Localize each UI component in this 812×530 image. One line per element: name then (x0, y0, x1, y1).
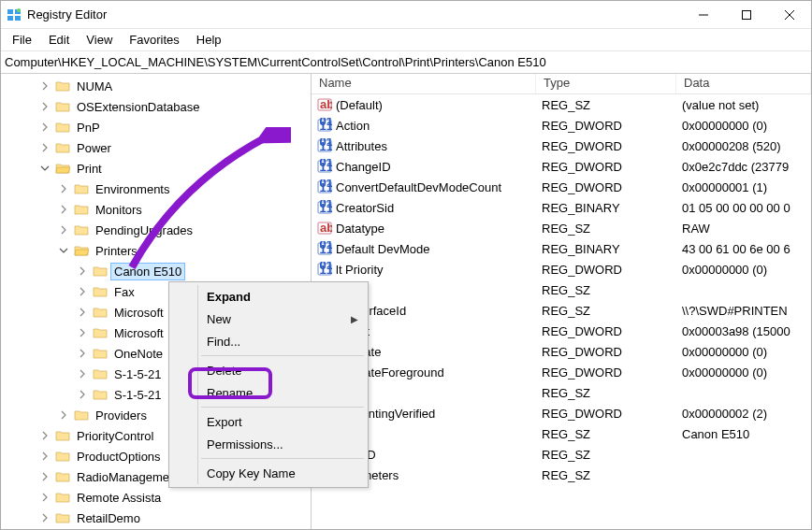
expand-expand-icon[interactable] (40, 102, 53, 111)
value-type: REG_SZ (538, 427, 678, 441)
value-row[interactable]: 011110yUpdateREG_DWORD0x00000000 (0) (312, 341, 811, 362)
value-data: 0x00000000 (0) (678, 119, 811, 133)
value-row[interactable]: 011110ConvertDefaultDevModeCountREG_DWOR… (312, 177, 811, 197)
folder-icon (55, 141, 70, 154)
expand-expand-icon[interactable] (78, 266, 91, 276)
tree-item[interactable]: Print (1, 158, 311, 179)
value-row[interactable]: 011110ChangeIDREG_DWORD0x0e2c7ddc (23779 (312, 156, 811, 177)
value-row[interactable]: abriptionREG_SZ (312, 279, 811, 300)
expand-expand-icon[interactable] (59, 184, 72, 193)
tree-item[interactable]: Remote Assista (1, 487, 311, 508)
tree-item[interactable]: NUMA (1, 76, 311, 96)
svg-text:ab: ab (320, 221, 332, 235)
expand-expand-icon[interactable] (78, 308, 91, 317)
ctx-copy-key-name[interactable]: Copy Key Name (171, 462, 366, 484)
expand-expand-icon[interactable] (40, 451, 53, 461)
expand-expand-icon[interactable] (40, 493, 53, 502)
expand-expand-icon[interactable] (40, 81, 53, 91)
folder-icon (74, 408, 89, 422)
menu-help[interactable]: Help (189, 31, 229, 49)
tree-item[interactable]: RetailDemo (1, 508, 311, 528)
value-row[interactable]: 011110CreatorSidREG_BINARY01 05 00 00 00… (312, 197, 811, 218)
tree-item-label: Monitors (93, 202, 145, 218)
tree-item-label: Microsoft (111, 325, 167, 341)
expand-expand-icon[interactable] (78, 390, 91, 399)
address-bar[interactable]: Computer\HKEY_LOCAL_MACHINE\SYSTEM\Curre… (1, 51, 811, 74)
maximize-button[interactable] (725, 1, 768, 29)
tree-item-label: Environments (93, 181, 172, 197)
folder-icon (93, 285, 108, 298)
tree-item[interactable]: OSExtensionDatabase (1, 96, 311, 117)
ctx-find[interactable]: Find... (171, 330, 366, 352)
tree-item-label: Canon E510 (111, 264, 184, 279)
expand-expand-icon[interactable] (59, 225, 72, 235)
value-row[interactable]: ab(Default)REG_SZ(value not set) (312, 94, 811, 115)
expand-expand-icon[interactable] (59, 205, 72, 214)
tree-item-label: Fax (111, 284, 138, 300)
value-row[interactable]: abParametersREG_SZ (312, 465, 811, 485)
expand-expand-icon[interactable] (78, 349, 91, 358)
value-row[interactable]: 011110lt PriorityREG_DWORD0x00000000 (0) (312, 259, 811, 279)
folder-icon (93, 347, 108, 360)
expand-expand-icon[interactable] (78, 328, 91, 337)
value-type: REG_SZ (538, 98, 678, 112)
value-list[interactable]: Name Type Data ab(Default)REG_SZ(value n… (312, 74, 811, 529)
value-row[interactable]: 011110Default DevModeREG_BINARY43 00 61 … (312, 238, 811, 259)
value-row[interactable]: 011110ernPrintingVerifiedREG_DWORD0x0000… (312, 403, 811, 423)
value-row[interactable]: 011110AttributesREG_DWORD0x00000208 (520… (312, 136, 811, 156)
value-row[interactable]: abeREG_SZCanon E510 (312, 423, 811, 444)
value-row[interactable]: 011110meoutREG_DWORD0x00003a98 (15000 (312, 321, 811, 341)
expand-expand-icon[interactable] (40, 513, 53, 523)
menu-favorites[interactable]: Favorites (122, 31, 186, 49)
tree-item-label: OneNote (111, 346, 166, 362)
expand-expand-icon[interactable] (40, 143, 53, 152)
column-data[interactable]: Data (676, 74, 811, 93)
menu-edit[interactable]: Edit (41, 31, 77, 49)
ctx-expand[interactable]: Expand (171, 285, 366, 308)
value-row[interactable]: abceInterfaceIdREG_SZ\\?\SWD#PRINTEN (312, 300, 811, 321)
column-type[interactable]: Type (536, 74, 676, 93)
ctx-rename[interactable]: Rename (171, 381, 366, 404)
value-name: (Default) (336, 98, 538, 112)
ctx-export[interactable]: Export (171, 410, 366, 433)
tree-item-label: Power (74, 140, 114, 156)
value-type: REG_SZ (538, 386, 678, 400)
tree-item[interactable]: Printers (1, 240, 311, 261)
close-button[interactable] (768, 1, 811, 29)
tree-item[interactable]: Environments (1, 179, 311, 199)
list-header[interactable]: Name Type Data (312, 74, 811, 94)
expand-expand-icon[interactable] (40, 431, 53, 440)
value-type: REG_DWORD (538, 139, 678, 153)
expand-expand-icon[interactable] (78, 369, 91, 379)
ctx-new[interactable]: New▶ (171, 308, 366, 330)
value-row[interactable]: abtionREG_SZ (312, 382, 811, 403)
value-row[interactable]: 011110yUpdateForegroundREG_DWORD0x000000… (312, 362, 811, 382)
value-row[interactable]: 011110ActionREG_DWORD0x00000000 (0) (312, 115, 811, 136)
tree-item-label: RadioManagement (74, 469, 182, 485)
value-data: 0x00000000 (0) (678, 345, 811, 359)
value-type: REG_SZ (538, 283, 678, 297)
menu-file[interactable]: File (5, 31, 39, 49)
tree-item[interactable]: PendingUpgrades (1, 220, 311, 240)
tree-item[interactable]: Monitors (1, 199, 311, 220)
column-name[interactable]: Name (312, 74, 536, 93)
expand-collapse-icon[interactable] (40, 164, 53, 173)
expand-expand-icon[interactable] (40, 122, 53, 132)
ctx-permissions[interactable]: Permissions... (171, 433, 366, 455)
tree-item[interactable]: Power (1, 137, 311, 158)
tree-item[interactable]: Canon E510 (1, 261, 311, 281)
svg-text:110: 110 (320, 119, 333, 133)
expand-expand-icon[interactable] (59, 410, 72, 420)
value-row[interactable]: abDatatypeREG_SZRAW (312, 218, 811, 238)
expand-collapse-icon[interactable] (59, 246, 72, 255)
expand-expand-icon[interactable] (40, 472, 53, 481)
value-type: REG_DWORD (538, 160, 678, 174)
svg-text:110: 110 (320, 139, 333, 153)
folder-icon (55, 450, 70, 463)
value-row[interactable]: abctGUIDREG_SZ (312, 444, 811, 465)
menu-view[interactable]: View (79, 31, 120, 49)
expand-expand-icon[interactable] (78, 287, 91, 296)
tree-item[interactable]: PnP (1, 117, 311, 137)
minimize-button[interactable] (682, 1, 725, 29)
ctx-delete[interactable]: Delete (171, 359, 366, 381)
